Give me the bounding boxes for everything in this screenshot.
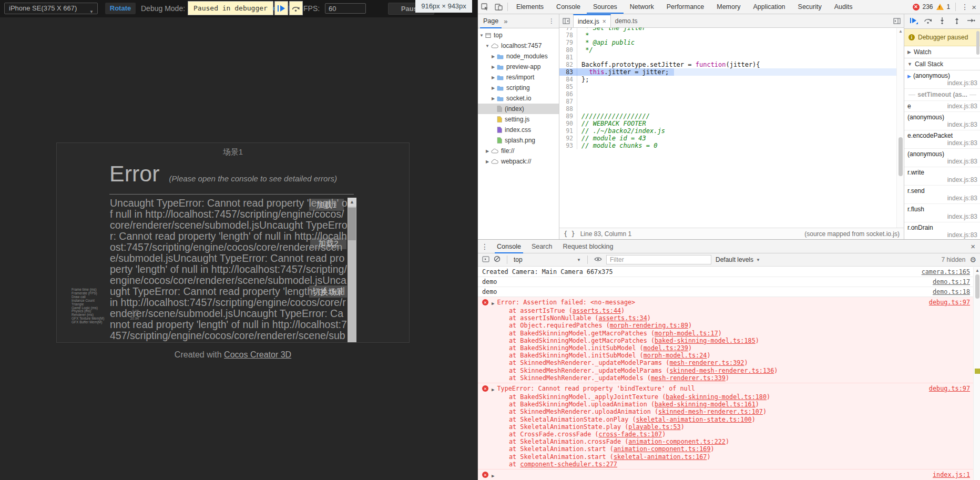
devtools-menu-button[interactable]: ⋮ (961, 3, 968, 11)
tree-expander-icon[interactable]: ▼ (485, 44, 490, 48)
hidden-messages-count[interactable]: 7 hidden (941, 256, 965, 263)
page-scrollbar[interactable]: ▲ (348, 198, 356, 343)
editor-scrollbar[interactable]: ▲ (896, 28, 904, 228)
source-link[interactable]: skinned-mesh-renderer.ts:136 (669, 367, 774, 374)
tree-expander-icon[interactable]: ▶ (485, 149, 490, 154)
call-stack-frame[interactable]: (anonymous)index.js:83 (904, 112, 980, 130)
line-number[interactable]: 92 (559, 135, 577, 142)
rotate-button[interactable]: Rotate (105, 3, 136, 14)
tree-item-node-modules[interactable]: ▶node_modules (478, 51, 559, 62)
line-number[interactable]: 87 (559, 98, 577, 105)
line-number[interactable]: 81 (559, 54, 577, 61)
tree-item-setting-js[interactable]: setting.js (478, 114, 559, 125)
tab-sources[interactable]: Sources (587, 0, 624, 14)
tab-console[interactable]: Console (550, 0, 587, 14)
source-link[interactable]: mesh-renderer.ts:339 (651, 374, 726, 382)
source-link[interactable]: animation-component.ts:222 (628, 438, 726, 445)
source-link[interactable]: mesh-renderer.ts:392 (669, 359, 744, 366)
device-toolbar-button[interactable] (492, 0, 505, 14)
resume-script-button[interactable] (274, 1, 288, 15)
console-settings-button[interactable]: ⚙ (969, 256, 976, 264)
source-link[interactable]: model.ts:239 (644, 344, 688, 352)
source-link[interactable]: morph-model.ts:24 (644, 352, 707, 359)
tree-item-top[interactable]: ▼top (478, 30, 559, 40)
scrollbar-thumb[interactable] (348, 208, 356, 240)
source-link[interactable]: playable.ts:53 (628, 423, 680, 431)
tab-performance[interactable]: Performance (660, 0, 711, 14)
scrollbar-thumb[interactable] (975, 274, 979, 299)
call-stack-section-header[interactable]: ▼ Call Stack (904, 58, 980, 70)
source-link[interactable]: debug.ts:97 (923, 385, 970, 392)
step-button[interactable] (967, 17, 975, 26)
call-stack-frame[interactable]: e.encodePacketindex.js:83 (904, 130, 980, 149)
line-number[interactable]: 91 (559, 127, 577, 135)
source-link[interactable]: asserts.ts:44 (573, 307, 621, 314)
devtools-close-button[interactable]: × (972, 3, 976, 12)
tree-item--index-[interactable]: (index) (478, 104, 559, 114)
tab-elements[interactable]: Elements (510, 0, 550, 14)
tree-expander-icon[interactable]: ▶ (491, 75, 496, 80)
line-number[interactable]: 78 (559, 32, 577, 39)
call-stack-frame[interactable]: (anonymous)index.js:83 (904, 70, 980, 89)
tree-item-file-[interactable]: ▶file:// (478, 146, 559, 156)
tree-item-scripting[interactable]: ▶scripting (478, 83, 559, 93)
sidebar-scrollbar-thumb[interactable] (976, 31, 979, 55)
step-over-button[interactable] (924, 17, 932, 26)
editor-tab-demo-ts[interactable]: demo.ts (611, 14, 642, 27)
tab-application[interactable]: Application (747, 0, 791, 14)
watch-section-header[interactable]: ▶ Watch (904, 46, 980, 58)
tree-expander-icon[interactable]: ▶ (491, 96, 496, 101)
source-link[interactable]: baked-skinning-model.ts:185 (655, 337, 756, 344)
source-link[interactable]: cross-fade.ts:107 (598, 431, 662, 438)
source-link[interactable]: skinned-mesh-renderer.ts:107 (658, 408, 763, 415)
call-stack-frame[interactable]: r.sendindex.js:83 (904, 186, 980, 204)
tree-item-localhost-7457[interactable]: ▼localhost:7457 (478, 40, 559, 51)
source-link[interactable]: animation-component.ts:169 (614, 445, 711, 453)
tree-item-socket-io[interactable]: ▶socket.io (478, 93, 559, 104)
console-filter-input[interactable] (606, 255, 711, 264)
tab-network[interactable]: Network (624, 0, 660, 14)
source-link[interactable]: asserts.ts:34 (598, 314, 647, 322)
tree-expander-icon[interactable]: ▶ (491, 54, 496, 59)
source-link[interactable]: camera.ts:165 (915, 269, 970, 275)
drawer-menu-button[interactable]: ⋮ (478, 242, 492, 251)
drawer-tab-console[interactable]: Console (492, 240, 526, 253)
source-link[interactable]: demo.ts:18 (926, 289, 970, 295)
step-over-button[interactable] (289, 1, 303, 15)
tree-expander-icon[interactable]: ▶ (491, 86, 496, 90)
page-button-3[interactable]: 切换场景 (309, 285, 347, 298)
source-link[interactable]: morph-model.ts:17 (655, 330, 718, 337)
source-link[interactable]: debug.ts:97 (923, 299, 970, 306)
step-out-button[interactable] (953, 17, 961, 26)
line-number[interactable]: 83 (559, 68, 577, 76)
scroll-up-icon[interactable]: ▲ (897, 29, 904, 34)
tab-page[interactable]: Page (478, 14, 504, 28)
scrollbar-thumb[interactable] (899, 137, 903, 176)
scroll-up-icon[interactable]: ▲ (974, 268, 980, 273)
source-link[interactable]: component-scheduler.ts:277 (520, 461, 617, 468)
tree-item-webpack-[interactable]: ▶webpack:// (478, 156, 559, 167)
tree-item-preview-app[interactable]: ▶preview-app (478, 62, 559, 72)
source-link[interactable]: baked-skinning-model.ts:180 (666, 393, 767, 401)
drawer-tab-search[interactable]: Search (526, 240, 558, 253)
device-select[interactable]: iPhone SE(375 X 667) ▼ (4, 3, 98, 14)
tree-expander-icon[interactable]: ▼ (479, 33, 484, 38)
line-number[interactable]: 82 (559, 61, 577, 68)
context-select[interactable]: top ▼ (514, 256, 581, 263)
tree-item-index-css[interactable]: index.css (478, 125, 559, 135)
line-number[interactable]: 84 (559, 76, 577, 83)
error-count[interactable]: 236 (923, 3, 933, 11)
line-number[interactable]: 90 (559, 120, 577, 127)
line-number[interactable]: 93 (559, 142, 577, 149)
line-number[interactable]: 77 (559, 28, 577, 32)
line-number[interactable]: 79 (559, 39, 577, 46)
drawer-close-button[interactable]: × (971, 242, 980, 251)
cocos-creator-link[interactable]: Cocos Creator 3D (224, 350, 291, 359)
call-stack-frame[interactable]: eindex.js:83 (904, 101, 980, 112)
live-expression-button[interactable] (594, 256, 602, 263)
close-tab-icon[interactable]: × (603, 18, 606, 25)
tab-audits[interactable]: Audits (828, 0, 859, 14)
source-link[interactable]: skeletal-animation.ts:167 (614, 453, 707, 461)
tab-security[interactable]: Security (792, 0, 828, 14)
source-link[interactable]: index.js:1 (926, 471, 970, 478)
